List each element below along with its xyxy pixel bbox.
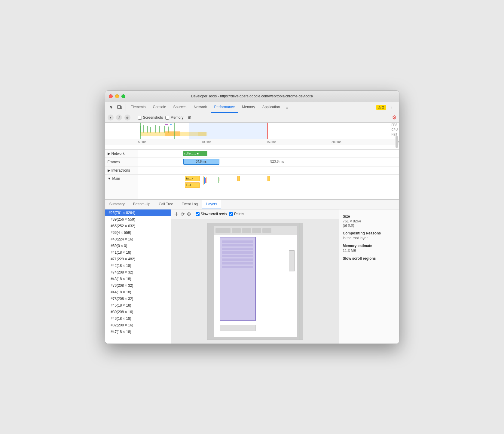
layer-item-65[interactable]: #65(252 × 632)	[105, 223, 171, 229]
compositing-info: Compositing Reasons Is the root layer.	[343, 231, 396, 240]
layer-item-39[interactable]: #39(256 × 559)	[105, 216, 171, 223]
layer-item-78[interactable]: #78(208 × 32)	[105, 295, 171, 302]
layer-item-46[interactable]: #46(18 × 18)	[105, 315, 171, 322]
task-small	[237, 176, 240, 181]
memory-info: Memory estimate 11.3 MB	[343, 244, 396, 253]
layer-item-43[interactable]: #43(18 × 18)	[105, 276, 171, 282]
tab-calltree[interactable]: Call Tree	[154, 200, 177, 209]
screenshots-checkbox[interactable]	[138, 116, 142, 120]
layer-top-bar	[214, 226, 297, 235]
interactions-label[interactable]: ▶ Interactions	[105, 167, 138, 174]
network-label[interactable]: ▶ Network	[105, 150, 138, 157]
tab-console[interactable]: Console	[149, 102, 170, 113]
layer-item-66[interactable]: #66(4 × 559)	[105, 229, 171, 236]
svg-rect-13	[165, 124, 168, 125]
nav-tabs: Elements Console Sources Network Perform…	[126, 102, 373, 113]
layer-item-69[interactable]: #69(0 × 0)	[105, 243, 171, 249]
layer-item-41[interactable]: #41(18 × 18)	[105, 249, 171, 256]
warning-badge[interactable]: ⚠ 2	[376, 105, 386, 110]
compositing-label: Compositing Reasons	[343, 231, 396, 235]
fps-label: FPS	[391, 123, 398, 127]
minimize-button[interactable]	[115, 94, 119, 98]
memory-checkbox-group: Memory	[165, 115, 183, 120]
tab-summary[interactable]: Summary	[105, 200, 129, 209]
more-tabs-button[interactable]: »	[283, 105, 291, 110]
clear-button[interactable]: ⊘	[124, 115, 130, 121]
slow-scroll-info-label: Slow scroll regions	[343, 256, 396, 261]
tab-sources[interactable]: Sources	[170, 102, 190, 113]
refresh-button[interactable]: ↺	[116, 115, 122, 121]
close-button[interactable]	[109, 94, 113, 98]
slow-scroll-checkbox[interactable]	[196, 212, 200, 216]
tracks-container: ▶ Network collect ... ■ Frames 34.8 ms	[105, 150, 399, 199]
cpu-label: CPU	[391, 127, 398, 132]
devtools-body: Elements Console Sources Network Perform…	[105, 102, 399, 344]
layer-item-42[interactable]: #42(18 × 18)	[105, 262, 171, 269]
trash-button[interactable]: 🗑	[186, 114, 193, 121]
screenshots-label: Screenshots	[143, 115, 163, 120]
tab-elements[interactable]: Elements	[127, 102, 149, 113]
layer-item-82[interactable]: #82(208 × 16)	[105, 322, 171, 329]
tab-application[interactable]: Application	[259, 102, 284, 113]
composited-layer-visual	[220, 237, 256, 321]
more-options-icon[interactable]: ⋮	[388, 104, 396, 111]
tab-bottomup[interactable]: Bottom-Up	[129, 200, 154, 209]
size-label: Size	[343, 214, 396, 219]
layer-item-45[interactable]: #45(18 × 18)	[105, 302, 171, 309]
timeline-right-labels: FPS CPU NET	[391, 123, 398, 137]
toolbar-left	[105, 104, 126, 111]
cursor-icon[interactable]	[108, 104, 115, 111]
layer-rows	[220, 240, 255, 268]
layer-item-80[interactable]: #80(208 × 16)	[105, 309, 171, 315]
timeline-canvas[interactable]: FPS CPU NET	[105, 123, 399, 139]
network-track: ▶ Network collect ... ■	[105, 150, 399, 158]
collect-block: collect ... ■	[183, 151, 207, 156]
title-bar: Developer Tools - https://developers.goo…	[105, 91, 399, 102]
layer-item-47[interactable]: #47(18 × 18)	[105, 329, 171, 335]
frames-track: Frames 34.8 ms 523.8 ms	[105, 158, 399, 167]
tab-eventlog[interactable]: Event Log	[177, 200, 202, 209]
mark-50: 50 ms	[138, 140, 146, 144]
move-tool-icon[interactable]: ✛	[174, 211, 178, 217]
main-label[interactable]: ▼ Main	[105, 175, 138, 199]
task-ev: Ev...)	[185, 176, 200, 181]
main-text: Main	[112, 176, 120, 181]
responsive-icon[interactable]	[116, 104, 123, 111]
record-button[interactable]: ●	[108, 115, 114, 121]
layer-item-76[interactable]: #76(208 × 32)	[105, 282, 171, 289]
layers-toolbar: ✛ ⟳ ✤ Slow scroll rects Paints	[171, 209, 339, 219]
layer-item-71[interactable]: #71(229 × 482)	[105, 256, 171, 262]
layer-item-74[interactable]: #74(208 × 32)	[105, 269, 171, 276]
layer-item-40[interactable]: #40(224 × 16)	[105, 236, 171, 243]
tab-network[interactable]: Network	[190, 102, 211, 113]
maximize-button[interactable]	[121, 94, 125, 98]
info-panel: Size 761 × 8264 (at 0,0) Compositing Rea…	[339, 209, 399, 344]
bottom-content: #25(761 × 8264) #39(256 × 559) #65(252 ×…	[105, 209, 399, 344]
interactions-track: ▶ Interactions	[105, 167, 399, 175]
settings-button[interactable]: ⚙	[392, 114, 397, 121]
layers-canvas-area[interactable]	[171, 219, 339, 344]
paints-checkbox[interactable]	[229, 212, 233, 216]
timeline-scrollbar[interactable]	[396, 136, 398, 148]
layer-item-25[interactable]: #25(761 × 8264)	[105, 209, 171, 216]
interactions-content	[138, 167, 399, 174]
pan-tool-icon[interactable]: ✤	[187, 211, 191, 217]
bottom-bar-visual	[220, 325, 256, 331]
layers-canvas	[207, 223, 303, 340]
devtools-window: Developer Tools - https://developers.goo…	[105, 90, 399, 344]
rotate-tool-icon[interactable]: ⟳	[181, 211, 185, 217]
layer-id-25: #25	[109, 211, 115, 215]
toolbar-right: ⚠ 2 ⋮	[373, 104, 399, 111]
memory-checkbox[interactable]	[165, 116, 169, 120]
tab-performance[interactable]: Performance	[211, 102, 239, 113]
memory-info-value: 11.3 MB	[343, 249, 396, 253]
green-marker	[300, 223, 300, 340]
slow-scroll-label: Slow scroll rects	[201, 212, 227, 216]
bottom-tabs: Summary Bottom-Up Call Tree Event Log La…	[105, 200, 399, 209]
layer-item-44[interactable]: #44(18 × 18)	[105, 289, 171, 295]
screenshots-checkbox-group: Screenshots	[138, 115, 163, 120]
tab-layers[interactable]: Layers	[202, 200, 221, 209]
slow-scroll-toggle: Slow scroll rects	[196, 212, 227, 216]
tab-memory[interactable]: Memory	[238, 102, 258, 113]
paints-label: Paints	[234, 212, 244, 216]
